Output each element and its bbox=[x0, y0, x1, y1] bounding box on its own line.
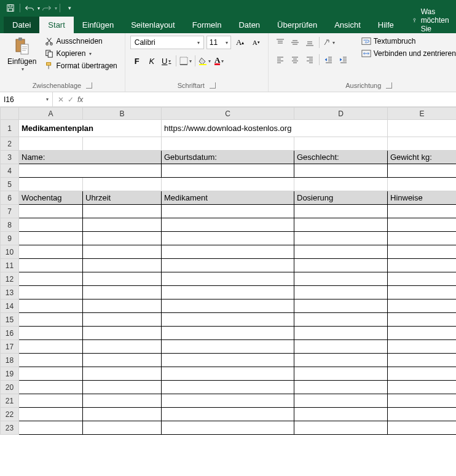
cell[interactable] bbox=[19, 218, 83, 232]
cell[interactable] bbox=[162, 218, 294, 232]
select-all-corner[interactable] bbox=[1, 108, 19, 120]
tell-me-search[interactable]: Was möchten Sie bbox=[406, 7, 456, 33]
cell[interactable] bbox=[294, 245, 388, 259]
cell[interactable] bbox=[294, 408, 388, 421]
cell[interactable] bbox=[388, 120, 457, 137]
cell[interactable] bbox=[294, 327, 388, 340]
increase-indent-button[interactable] bbox=[337, 53, 350, 66]
cell[interactable]: Geschlecht: bbox=[294, 151, 388, 164]
underline-button[interactable]: U▾ bbox=[160, 54, 173, 68]
tab-formulas[interactable]: Formeln bbox=[184, 17, 230, 33]
cell[interactable] bbox=[83, 354, 162, 367]
cell[interactable] bbox=[388, 421, 457, 435]
row-header[interactable]: 12 bbox=[1, 272, 19, 286]
wrap-text-button[interactable]: Textumbruch bbox=[359, 36, 456, 47]
bold-button[interactable]: F bbox=[130, 54, 144, 68]
fill-color-button[interactable]: ▾ bbox=[198, 54, 211, 68]
cell[interactable] bbox=[19, 313, 83, 327]
row-header[interactable]: 8 bbox=[1, 218, 19, 232]
cell[interactable] bbox=[19, 232, 83, 245]
tab-help[interactable]: Hilfe bbox=[369, 17, 403, 33]
cell[interactable] bbox=[388, 259, 457, 272]
row-header[interactable]: 23 bbox=[1, 421, 19, 435]
cell[interactable] bbox=[294, 259, 388, 272]
font-launcher[interactable] bbox=[210, 82, 216, 89]
cell[interactable] bbox=[162, 367, 294, 381]
cell[interactable] bbox=[19, 381, 83, 394]
spreadsheet-grid[interactable]: A B C D E 1 Medikamentenplan https://www… bbox=[0, 107, 456, 435]
cell[interactable] bbox=[162, 272, 294, 286]
cancel-formula-icon[interactable]: ✕ bbox=[58, 95, 64, 104]
cell[interactable] bbox=[162, 408, 294, 421]
col-header[interactable]: B bbox=[83, 108, 162, 120]
cell[interactable]: https://www.download-kostenlos.org bbox=[162, 120, 388, 137]
cell[interactable] bbox=[294, 137, 388, 151]
font-size-select[interactable]: 11▾ bbox=[206, 36, 231, 49]
cell[interactable] bbox=[19, 327, 83, 340]
cell[interactable] bbox=[294, 313, 388, 327]
cell[interactable] bbox=[162, 137, 294, 151]
cell[interactable] bbox=[294, 299, 388, 313]
format-painter-button[interactable]: Format übertragen bbox=[42, 60, 119, 71]
cell[interactable] bbox=[83, 408, 162, 421]
cell[interactable]: Gewicht kg: bbox=[388, 151, 457, 164]
cell[interactable] bbox=[83, 286, 162, 299]
cell[interactable] bbox=[294, 367, 388, 381]
row-header[interactable]: 20 bbox=[1, 381, 19, 394]
cell[interactable] bbox=[162, 299, 294, 313]
cell[interactable] bbox=[162, 205, 294, 218]
cell[interactable] bbox=[83, 272, 162, 286]
cell[interactable] bbox=[162, 178, 294, 191]
col-header[interactable]: D bbox=[294, 108, 388, 120]
name-box[interactable]: I16▾ bbox=[0, 92, 53, 106]
cell[interactable] bbox=[19, 367, 83, 381]
cell[interactable] bbox=[162, 164, 294, 178]
decrease-indent-button[interactable] bbox=[322, 53, 336, 66]
cell[interactable] bbox=[388, 286, 457, 299]
cell[interactable] bbox=[388, 245, 457, 259]
cell[interactable] bbox=[162, 245, 294, 259]
cell[interactable] bbox=[83, 313, 162, 327]
align-middle-button[interactable] bbox=[288, 36, 302, 49]
cell[interactable] bbox=[19, 394, 83, 408]
cell[interactable] bbox=[388, 272, 457, 286]
cell[interactable] bbox=[388, 354, 457, 367]
cell[interactable] bbox=[162, 381, 294, 394]
tab-start[interactable]: Start bbox=[39, 17, 73, 33]
cell[interactable] bbox=[19, 272, 83, 286]
cell[interactable] bbox=[83, 340, 162, 354]
cell[interactable] bbox=[19, 354, 83, 367]
row-header[interactable]: 1 bbox=[1, 120, 19, 137]
row-header[interactable]: 15 bbox=[1, 313, 19, 327]
row-header[interactable]: 11 bbox=[1, 259, 19, 272]
row-header[interactable]: 16 bbox=[1, 327, 19, 340]
cell[interactable] bbox=[83, 327, 162, 340]
cell[interactable] bbox=[19, 137, 83, 151]
row-header[interactable]: 13 bbox=[1, 286, 19, 299]
paste-button[interactable]: Einfügen ▾ bbox=[5, 36, 39, 81]
cell[interactable]: Dosierung bbox=[294, 191, 388, 205]
orientation-button[interactable]: ▾ bbox=[322, 36, 336, 49]
font-color-button[interactable]: A▾ bbox=[213, 54, 226, 68]
cell[interactable] bbox=[19, 408, 83, 421]
cell[interactable] bbox=[388, 232, 457, 245]
formula-input[interactable] bbox=[88, 92, 456, 106]
align-left-button[interactable] bbox=[273, 53, 287, 66]
cell[interactable] bbox=[294, 354, 388, 367]
cell[interactable] bbox=[294, 232, 388, 245]
cell[interactable] bbox=[294, 164, 388, 178]
cell[interactable]: Medikamentenplan bbox=[19, 120, 162, 137]
cell[interactable] bbox=[294, 381, 388, 394]
cell[interactable] bbox=[388, 367, 457, 381]
increase-font-button[interactable]: A▴ bbox=[234, 36, 247, 49]
row-header[interactable]: 7 bbox=[1, 205, 19, 218]
cell[interactable] bbox=[83, 421, 162, 435]
cell[interactable] bbox=[294, 394, 388, 408]
cell[interactable] bbox=[388, 394, 457, 408]
cell[interactable] bbox=[19, 178, 83, 191]
row-header[interactable]: 17 bbox=[1, 340, 19, 354]
cell[interactable] bbox=[83, 381, 162, 394]
cell[interactable]: Hinweise bbox=[388, 191, 457, 205]
cell[interactable] bbox=[19, 259, 83, 272]
cell[interactable] bbox=[388, 408, 457, 421]
